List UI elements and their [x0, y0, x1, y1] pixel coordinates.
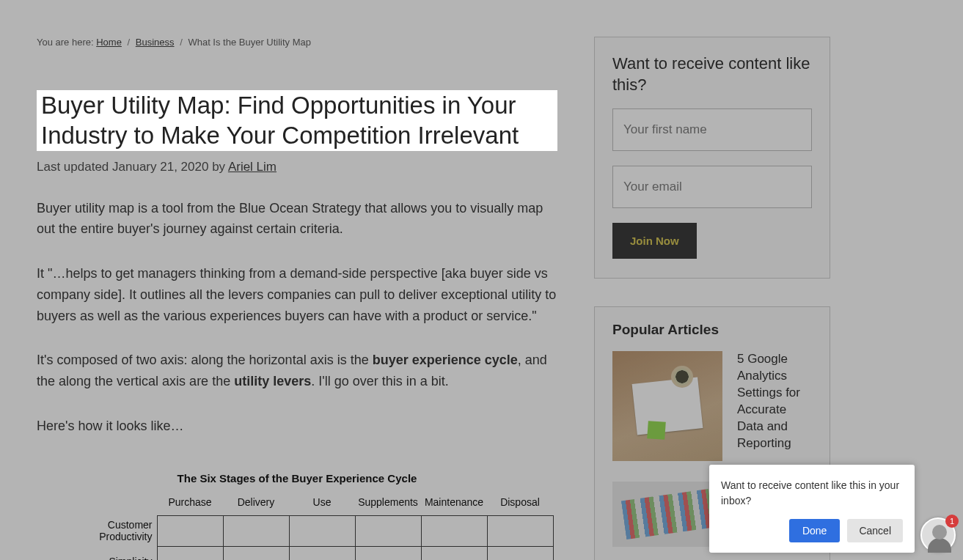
chart-row: Customer Productivity: [91, 515, 553, 546]
title-highlight: Buyer Utility Map: Find Opportunities in…: [37, 90, 557, 151]
newsletter-toast: Want to receive content like this in you…: [709, 465, 956, 553]
article: Buyer Utility Map: Find Opportunities in…: [37, 90, 557, 560]
paragraph: It "…helps to get managers thinking from…: [37, 263, 557, 326]
breadcrumb-business[interactable]: Business: [136, 37, 175, 48]
chart-row-label: Simplicity: [91, 546, 157, 560]
notification-badge: 1: [945, 515, 959, 528]
newsletter-heading: Want to receive content like this?: [612, 54, 812, 95]
page-title: Buyer Utility Map: Find Opportunities in…: [41, 90, 553, 151]
list-item[interactable]: 5 Google Analytics Settings for Accurate…: [612, 351, 812, 461]
avatar-wrap[interactable]: 1: [920, 517, 956, 553]
email-field[interactable]: [612, 166, 812, 208]
text-bold: utility levers: [234, 374, 311, 388]
cancel-button[interactable]: Cancel: [847, 519, 903, 542]
paragraph: Here's how it looks like…: [37, 416, 557, 437]
breadcrumb-sep: /: [177, 37, 186, 48]
main-column: You are here: Home / Business / What Is …: [37, 37, 557, 560]
newsletter-card: Want to receive content like this? Join …: [594, 37, 830, 279]
chart-col: Maintenance: [421, 492, 487, 516]
text-bold: buyer experience cycle: [373, 353, 518, 367]
text: It's composed of two axis: along the hor…: [37, 353, 373, 367]
paragraph: Buyer utility map is a tool from the Blu…: [37, 198, 557, 240]
author-link[interactable]: Ariel Lim: [228, 160, 277, 174]
buyer-utility-chart: The Six Stages of the Buyer Experience C…: [37, 472, 557, 560]
toast-box: Want to receive content like this in you…: [709, 465, 915, 553]
first-name-field[interactable]: [612, 108, 812, 151]
text: . I'll go over this in a bit.: [311, 374, 449, 388]
breadcrumb-home[interactable]: Home: [96, 37, 122, 48]
chart-row: Simplicity: [91, 546, 553, 560]
chart-col: Disposal: [487, 492, 553, 516]
breadcrumb-prefix: You are here:: [37, 37, 94, 48]
done-button[interactable]: Done: [789, 519, 840, 542]
chart-header-row: Purchase Delivery Use Supplements Mainte…: [91, 492, 553, 516]
chart-row-label: Customer Productivity: [91, 515, 157, 546]
chart-table: Purchase Delivery Use Supplements Mainte…: [91, 492, 554, 560]
article-thumbnail: [612, 351, 722, 461]
chart-col: Use: [289, 492, 355, 516]
join-now-button[interactable]: Join Now: [612, 223, 697, 259]
article-meta: Last updated January 21, 2020 by Ariel L…: [37, 160, 557, 174]
chart-col: Purchase: [157, 492, 223, 516]
toast-text: Want to receive content like this in you…: [721, 478, 903, 509]
popular-heading: Popular Articles: [612, 322, 812, 338]
breadcrumb: You are here: Home / Business / What Is …: [37, 37, 557, 48]
meta-prefix: Last updated January 21, 2020 by: [37, 160, 228, 174]
paragraph: It's composed of two axis: along the hor…: [37, 350, 557, 392]
article-title: 5 Google Analytics Settings for Accurate…: [737, 351, 812, 461]
chart-title: The Six Stages of the Buyer Experience C…: [37, 472, 557, 485]
chart-col: Delivery: [223, 492, 289, 516]
article-thumbnail: [612, 482, 722, 547]
breadcrumb-current: What Is the Buyer Utility Map: [188, 37, 311, 48]
breadcrumb-sep: /: [125, 37, 133, 48]
chart-col: Supplements: [355, 492, 421, 516]
